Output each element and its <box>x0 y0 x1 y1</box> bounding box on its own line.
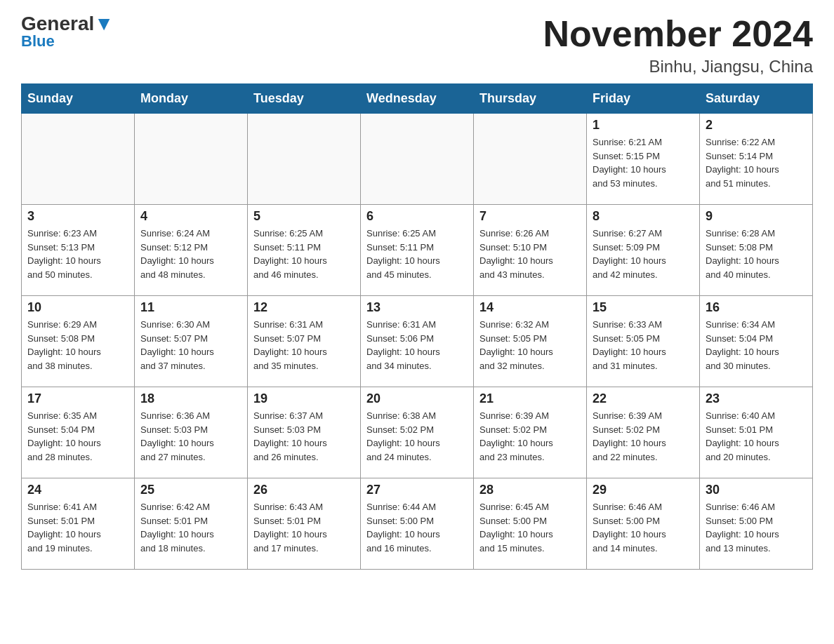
day-info: Sunrise: 6:42 AMSunset: 5:01 PMDaylight:… <box>140 500 241 555</box>
calendar-day-cell: 25Sunrise: 6:42 AMSunset: 5:01 PMDayligh… <box>135 478 248 570</box>
calendar-day-cell: 24Sunrise: 6:41 AMSunset: 5:01 PMDayligh… <box>22 478 135 570</box>
day-info: Sunrise: 6:28 AMSunset: 5:08 PMDaylight:… <box>706 227 807 281</box>
day-info: Sunrise: 6:39 AMSunset: 5:02 PMDaylight:… <box>593 409 694 464</box>
calendar-day-cell: 19Sunrise: 6:37 AMSunset: 5:03 PMDayligh… <box>248 387 361 478</box>
day-info: Sunrise: 6:21 AMSunset: 5:15 PMDaylight:… <box>593 135 694 190</box>
day-info: Sunrise: 6:43 AMSunset: 5:01 PMDaylight:… <box>253 500 355 555</box>
day-info: Sunrise: 6:30 AMSunset: 5:07 PMDaylight:… <box>140 318 241 373</box>
calendar-day-cell: 18Sunrise: 6:36 AMSunset: 5:03 PMDayligh… <box>135 387 248 478</box>
calendar-week-row: 1Sunrise: 6:21 AMSunset: 5:15 PMDaylight… <box>22 114 813 205</box>
calendar-day-cell: 10Sunrise: 6:29 AMSunset: 5:08 PMDayligh… <box>22 296 135 387</box>
logo-general-text: General▼ <box>21 14 114 34</box>
day-info: Sunrise: 6:36 AMSunset: 5:03 PMDaylight:… <box>140 409 241 464</box>
calendar-day-cell: 15Sunrise: 6:33 AMSunset: 5:05 PMDayligh… <box>587 296 700 387</box>
calendar-day-cell: 26Sunrise: 6:43 AMSunset: 5:01 PMDayligh… <box>248 478 361 570</box>
day-number: 16 <box>706 300 807 315</box>
calendar-day-cell <box>22 114 135 205</box>
day-number: 17 <box>27 391 128 406</box>
calendar-week-row: 17Sunrise: 6:35 AMSunset: 5:04 PMDayligh… <box>22 387 813 478</box>
day-number: 11 <box>140 300 241 315</box>
title-block: November 2024 Binhu, Jiangsu, China <box>543 14 813 76</box>
day-number: 26 <box>253 483 355 497</box>
calendar-day-cell: 16Sunrise: 6:34 AMSunset: 5:04 PMDayligh… <box>700 296 813 387</box>
calendar-day-cell: 30Sunrise: 6:46 AMSunset: 5:00 PMDayligh… <box>700 478 813 570</box>
col-sunday: Sunday <box>22 84 135 114</box>
day-info: Sunrise: 6:27 AMSunset: 5:09 PMDaylight:… <box>593 227 694 281</box>
day-number: 24 <box>27 483 128 497</box>
day-info: Sunrise: 6:46 AMSunset: 5:00 PMDaylight:… <box>706 500 807 555</box>
day-number: 25 <box>140 483 241 497</box>
day-number: 22 <box>593 391 694 406</box>
calendar-week-row: 24Sunrise: 6:41 AMSunset: 5:01 PMDayligh… <box>22 478 813 570</box>
day-info: Sunrise: 6:31 AMSunset: 5:06 PMDaylight:… <box>366 318 468 373</box>
calendar-day-cell: 22Sunrise: 6:39 AMSunset: 5:02 PMDayligh… <box>587 387 700 478</box>
calendar-week-row: 10Sunrise: 6:29 AMSunset: 5:08 PMDayligh… <box>22 296 813 387</box>
day-info: Sunrise: 6:38 AMSunset: 5:02 PMDaylight:… <box>366 409 468 464</box>
day-number: 4 <box>140 209 241 224</box>
calendar-day-cell: 12Sunrise: 6:31 AMSunset: 5:07 PMDayligh… <box>248 296 361 387</box>
calendar-day-cell <box>474 114 587 205</box>
day-number: 14 <box>479 300 581 315</box>
day-number: 20 <box>366 391 468 406</box>
day-number: 18 <box>140 391 241 406</box>
day-number: 2 <box>706 118 807 133</box>
calendar-day-cell: 1Sunrise: 6:21 AMSunset: 5:15 PMDaylight… <box>587 114 700 205</box>
col-saturday: Saturday <box>700 84 813 114</box>
calendar-day-cell: 6Sunrise: 6:25 AMSunset: 5:11 PMDaylight… <box>361 205 474 296</box>
day-number: 10 <box>27 300 128 315</box>
day-info: Sunrise: 6:32 AMSunset: 5:05 PMDaylight:… <box>479 318 581 373</box>
day-info: Sunrise: 6:26 AMSunset: 5:10 PMDaylight:… <box>479 227 581 281</box>
day-number: 23 <box>706 391 807 406</box>
calendar-day-cell <box>361 114 474 205</box>
calendar-day-cell: 20Sunrise: 6:38 AMSunset: 5:02 PMDayligh… <box>361 387 474 478</box>
calendar-day-cell: 7Sunrise: 6:26 AMSunset: 5:10 PMDaylight… <box>474 205 587 296</box>
day-number: 21 <box>479 391 581 406</box>
calendar-day-cell <box>135 114 248 205</box>
day-info: Sunrise: 6:39 AMSunset: 5:02 PMDaylight:… <box>479 409 581 464</box>
calendar-day-cell: 9Sunrise: 6:28 AMSunset: 5:08 PMDaylight… <box>700 205 813 296</box>
calendar-day-cell: 5Sunrise: 6:25 AMSunset: 5:11 PMDaylight… <box>248 205 361 296</box>
day-number: 8 <box>593 209 694 224</box>
day-info: Sunrise: 6:40 AMSunset: 5:01 PMDaylight:… <box>706 409 807 464</box>
calendar-day-cell: 28Sunrise: 6:45 AMSunset: 5:00 PMDayligh… <box>474 478 587 570</box>
calendar-day-cell: 2Sunrise: 6:22 AMSunset: 5:14 PMDaylight… <box>700 114 813 205</box>
col-monday: Monday <box>135 84 248 114</box>
calendar-day-cell: 8Sunrise: 6:27 AMSunset: 5:09 PMDaylight… <box>587 205 700 296</box>
day-info: Sunrise: 6:37 AMSunset: 5:03 PMDaylight:… <box>253 409 355 464</box>
day-number: 27 <box>366 483 468 497</box>
location-title: Binhu, Jiangsu, China <box>543 57 813 76</box>
day-number: 3 <box>27 209 128 224</box>
day-info: Sunrise: 6:33 AMSunset: 5:05 PMDaylight:… <box>593 318 694 373</box>
day-number: 9 <box>706 209 807 224</box>
day-info: Sunrise: 6:31 AMSunset: 5:07 PMDaylight:… <box>253 318 355 373</box>
calendar-day-cell: 13Sunrise: 6:31 AMSunset: 5:06 PMDayligh… <box>361 296 474 387</box>
col-thursday: Thursday <box>474 84 587 114</box>
calendar-day-cell: 27Sunrise: 6:44 AMSunset: 5:00 PMDayligh… <box>361 478 474 570</box>
calendar-week-row: 3Sunrise: 6:23 AMSunset: 5:13 PMDaylight… <box>22 205 813 296</box>
calendar-day-cell: 3Sunrise: 6:23 AMSunset: 5:13 PMDaylight… <box>22 205 135 296</box>
day-info: Sunrise: 6:22 AMSunset: 5:14 PMDaylight:… <box>706 135 807 190</box>
day-info: Sunrise: 6:23 AMSunset: 5:13 PMDaylight:… <box>27 227 128 281</box>
day-number: 13 <box>366 300 468 315</box>
calendar-day-cell: 14Sunrise: 6:32 AMSunset: 5:05 PMDayligh… <box>474 296 587 387</box>
day-number: 28 <box>479 483 581 497</box>
day-number: 15 <box>593 300 694 315</box>
calendar-day-cell: 29Sunrise: 6:46 AMSunset: 5:00 PMDayligh… <box>587 478 700 570</box>
day-number: 12 <box>253 300 355 315</box>
day-number: 5 <box>253 209 355 224</box>
day-info: Sunrise: 6:25 AMSunset: 5:11 PMDaylight:… <box>366 227 468 281</box>
day-number: 7 <box>479 209 581 224</box>
calendar-day-cell: 17Sunrise: 6:35 AMSunset: 5:04 PMDayligh… <box>22 387 135 478</box>
day-info: Sunrise: 6:35 AMSunset: 5:04 PMDaylight:… <box>27 409 128 464</box>
calendar-day-cell <box>248 114 361 205</box>
col-wednesday: Wednesday <box>361 84 474 114</box>
calendar-table: Sunday Monday Tuesday Wednesday Thursday… <box>21 83 813 570</box>
calendar-day-cell: 4Sunrise: 6:24 AMSunset: 5:12 PMDaylight… <box>135 205 248 296</box>
day-number: 19 <box>253 391 355 406</box>
day-number: 6 <box>366 209 468 224</box>
calendar-header-row: Sunday Monday Tuesday Wednesday Thursday… <box>22 84 813 114</box>
page-header: General▼ Blue November 2024 Binhu, Jiang… <box>21 14 813 76</box>
month-title: November 2024 <box>543 14 813 54</box>
day-number: 29 <box>593 483 694 497</box>
calendar-day-cell: 11Sunrise: 6:30 AMSunset: 5:07 PMDayligh… <box>135 296 248 387</box>
